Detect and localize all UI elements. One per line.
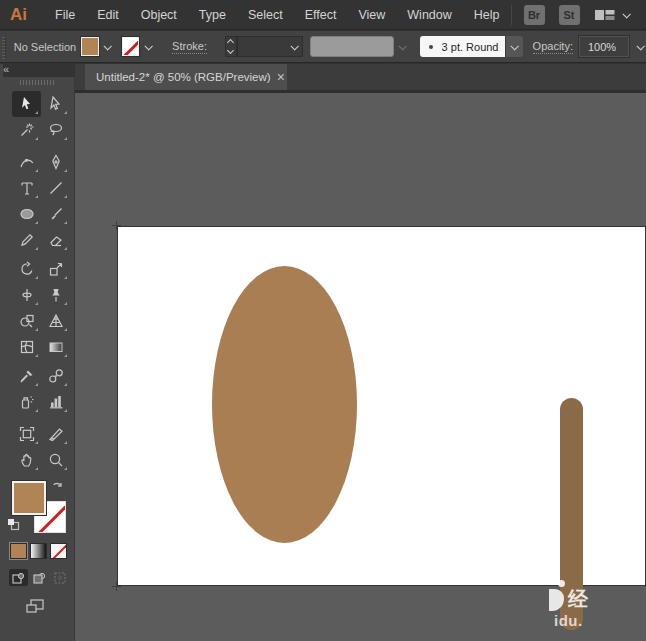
column-graph-tool[interactable] [41,389,70,415]
brush-definition-dropdown[interactable] [310,36,394,57]
fill-color-dropdown[interactable] [101,37,114,57]
line-segment-tool[interactable] [41,175,70,201]
rotate-icon [19,261,35,277]
workspace-layout-icon [594,7,616,23]
menu-select[interactable]: Select [237,8,294,22]
menu-help[interactable]: Help [463,8,511,22]
gradient-tool[interactable] [41,334,70,360]
hand-tool[interactable] [12,447,41,473]
menu-window[interactable]: Window [396,8,462,22]
artboard-tool[interactable] [12,421,41,447]
control-bar: No Selection Stroke: 3 pt. Round Opacity… [0,31,646,63]
opacity-label[interactable]: Opacity: [533,40,573,54]
stock-button[interactable]: St [559,5,580,25]
paintbrush-icon [48,206,64,222]
perspective-grid-icon [48,313,64,329]
toolbar-collapse-button[interactable]: « [3,64,75,77]
ellipse-tool[interactable] [12,201,41,227]
direct-selection-tool[interactable] [41,91,70,117]
default-fill-stroke-icon[interactable] [7,518,20,531]
symbol-sprayer-tool[interactable] [12,389,41,415]
menu-effect[interactable]: Effect [294,8,348,22]
document-canvas[interactable]: 经 idu. [75,90,646,641]
zoom-tool[interactable] [41,447,70,473]
variable-width-profile[interactable]: 3 pt. Round [420,36,523,57]
symbol-sprayer-icon [19,394,35,410]
mesh-tool[interactable] [12,334,41,360]
tools-panel [0,64,75,641]
variable-width-chevron[interactable] [505,36,523,57]
chevron-down-icon [104,42,112,50]
scale-tool[interactable] [41,256,70,282]
document-tab-title: Untitled-2* @ 50% (RGB/Preview) [96,71,271,83]
selection-arrow-icon [19,96,35,112]
perspective-grid-tool[interactable] [41,308,70,334]
gradient-button[interactable] [30,543,47,559]
illustrator-window: Ai File Edit Object Type Select Effect V… [0,0,646,641]
menu-bar: Ai File Edit Object Type Select Effect V… [0,0,646,30]
curvature-tool[interactable] [12,149,41,175]
fill-proxy-swatch[interactable] [12,481,46,515]
stroke-weight-label[interactable]: Stroke: [172,40,207,54]
type-tool[interactable] [12,175,41,201]
lasso-tool[interactable] [41,117,70,143]
fill-color-swatch[interactable] [81,37,99,56]
puppet-pin-icon [48,287,64,303]
slice-tool[interactable] [41,421,70,447]
document-tab[interactable]: Untitled-2* @ 50% (RGB/Preview) × [85,64,287,90]
pen-tool[interactable] [41,149,70,175]
menu-object[interactable]: Object [130,8,188,22]
chevron-down-icon [622,10,630,18]
variable-width-text: 3 pt. Round [442,41,499,53]
chevron-down-icon [144,42,152,50]
menu-view[interactable]: View [347,8,396,22]
stroke-color-swatch[interactable] [122,37,140,56]
swap-fill-stroke-icon[interactable] [51,481,64,493]
draw-normal-button[interactable] [9,569,28,586]
draw-inside-button[interactable] [51,569,70,586]
shape-builder-tool[interactable] [12,308,41,334]
variable-width-value[interactable]: 3 pt. Round [420,36,505,57]
panel-grip[interactable] [2,35,6,59]
chevron-down-icon [399,42,407,50]
selection-tool[interactable] [12,91,41,117]
draw-normal-icon [12,572,25,584]
document-tab-bar: Untitled-2* @ 50% (RGB/Preview) × [75,64,646,90]
eyedropper-tool[interactable] [12,363,41,389]
color-button[interactable] [10,543,27,559]
stroke-weight-dropdown[interactable] [237,36,303,57]
menu-edit[interactable]: Edit [86,8,130,22]
screen-mode-button[interactable] [24,597,46,615]
blend-icon [48,368,64,384]
rotate-tool[interactable] [12,256,41,282]
menu-file[interactable]: File [44,8,86,22]
width-icon [19,287,35,303]
magic-wand-tool[interactable] [12,117,41,143]
step-up-icon [227,39,234,46]
menu-type[interactable]: Type [188,8,237,22]
opacity-field[interactable]: 100% [579,36,629,57]
fill-stroke-cluster [10,481,66,533]
eraser-tool[interactable] [41,227,70,253]
free-transform-tool[interactable] [41,282,70,308]
none-slash-icon [123,38,139,55]
main-menu: File Edit Object Type Select Effect View… [44,8,511,22]
opacity-dropdown[interactable] [633,37,646,57]
bridge-button[interactable]: Br [524,5,545,25]
stroke-profile-dot-icon [429,45,433,49]
chevron-down-icon [636,42,644,50]
ellipse-shape[interactable] [212,266,357,543]
stroke-weight-stepper[interactable] [225,36,237,57]
paintbrush-tool[interactable] [41,201,70,227]
none-button[interactable] [50,543,67,559]
tab-close-icon[interactable]: × [277,70,285,84]
width-tool[interactable] [12,282,41,308]
draw-behind-button[interactable] [30,569,49,586]
workspace-switcher[interactable] [594,7,629,23]
blend-tool[interactable] [41,363,70,389]
curvature-icon [19,154,35,170]
toolbar-drag-handle[interactable] [20,80,54,85]
menu-bar-right: Br St [511,5,646,25]
stroke-color-dropdown[interactable] [141,37,154,57]
pencil-tool[interactable] [12,227,41,253]
